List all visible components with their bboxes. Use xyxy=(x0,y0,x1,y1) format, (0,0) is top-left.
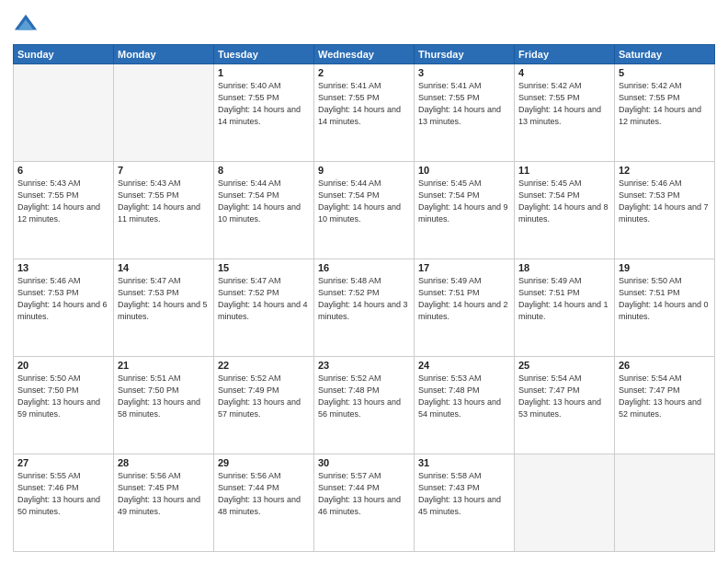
page: SundayMondayTuesdayWednesdayThursdayFrid… xyxy=(0,0,728,563)
day-info: Sunrise: 5:54 AM Sunset: 7:47 PM Dayligh… xyxy=(619,373,711,420)
day-info: Sunrise: 5:50 AM Sunset: 7:50 PM Dayligh… xyxy=(17,373,109,420)
calendar-cell: 9Sunrise: 5:44 AM Sunset: 7:54 PM Daylig… xyxy=(314,162,415,259)
day-info: Sunrise: 5:52 AM Sunset: 7:48 PM Dayligh… xyxy=(318,373,410,420)
calendar-cell: 10Sunrise: 5:45 AM Sunset: 7:54 PM Dayli… xyxy=(415,162,515,259)
calendar-cell: 7Sunrise: 5:43 AM Sunset: 7:55 PM Daylig… xyxy=(114,162,214,259)
day-number: 21 xyxy=(118,360,210,371)
header xyxy=(13,11,715,37)
day-number: 16 xyxy=(318,262,410,273)
day-info: Sunrise: 5:56 AM Sunset: 7:44 PM Dayligh… xyxy=(218,470,310,518)
day-info: Sunrise: 5:44 AM Sunset: 7:54 PM Dayligh… xyxy=(318,178,410,225)
calendar-cell: 22Sunrise: 5:52 AM Sunset: 7:49 PM Dayli… xyxy=(214,357,314,454)
day-info: Sunrise: 5:53 AM Sunset: 7:48 PM Dayligh… xyxy=(418,373,510,420)
calendar-cell: 3Sunrise: 5:41 AM Sunset: 7:55 PM Daylig… xyxy=(415,64,515,162)
day-info: Sunrise: 5:47 AM Sunset: 7:53 PM Dayligh… xyxy=(118,275,210,323)
calendar-cell xyxy=(114,64,214,162)
calendar-cell: 2Sunrise: 5:41 AM Sunset: 7:55 PM Daylig… xyxy=(314,64,415,162)
day-number: 18 xyxy=(518,262,610,273)
day-info: Sunrise: 5:51 AM Sunset: 7:50 PM Dayligh… xyxy=(118,373,210,420)
day-info: Sunrise: 5:42 AM Sunset: 7:55 PM Dayligh… xyxy=(619,80,711,128)
day-info: Sunrise: 5:48 AM Sunset: 7:52 PM Dayligh… xyxy=(318,275,410,323)
calendar-cell: 27Sunrise: 5:55 AM Sunset: 7:46 PM Dayli… xyxy=(14,454,114,552)
day-number: 14 xyxy=(118,262,210,273)
day-info: Sunrise: 5:45 AM Sunset: 7:54 PM Dayligh… xyxy=(518,178,610,225)
day-number: 19 xyxy=(619,262,711,273)
calendar-cell: 1Sunrise: 5:40 AM Sunset: 7:55 PM Daylig… xyxy=(214,64,314,162)
day-number: 29 xyxy=(218,457,310,468)
calendar-cell xyxy=(515,454,615,552)
calendar-cell: 16Sunrise: 5:48 AM Sunset: 7:52 PM Dayli… xyxy=(314,259,415,357)
day-info: Sunrise: 5:40 AM Sunset: 7:55 PM Dayligh… xyxy=(218,80,310,128)
day-number: 1 xyxy=(218,67,310,78)
day-number: 12 xyxy=(619,165,711,176)
logo xyxy=(13,11,42,37)
calendar-cell: 11Sunrise: 5:45 AM Sunset: 7:54 PM Dayli… xyxy=(515,162,615,259)
day-info: Sunrise: 5:44 AM Sunset: 7:54 PM Dayligh… xyxy=(218,178,310,225)
day-number: 7 xyxy=(118,165,210,176)
calendar-table: SundayMondayTuesdayWednesdayThursdayFrid… xyxy=(13,44,715,552)
week-row-1: 1Sunrise: 5:40 AM Sunset: 7:55 PM Daylig… xyxy=(14,64,715,162)
day-info: Sunrise: 5:42 AM Sunset: 7:55 PM Dayligh… xyxy=(518,80,610,128)
day-info: Sunrise: 5:43 AM Sunset: 7:55 PM Dayligh… xyxy=(118,178,210,225)
day-number: 26 xyxy=(619,360,711,371)
day-info: Sunrise: 5:41 AM Sunset: 7:55 PM Dayligh… xyxy=(318,80,410,128)
day-number: 4 xyxy=(518,67,610,78)
day-number: 2 xyxy=(318,67,410,78)
calendar-cell: 6Sunrise: 5:43 AM Sunset: 7:55 PM Daylig… xyxy=(14,162,114,259)
day-number: 30 xyxy=(318,457,410,468)
week-row-4: 20Sunrise: 5:50 AM Sunset: 7:50 PM Dayli… xyxy=(14,357,715,454)
day-number: 9 xyxy=(318,165,410,176)
day-info: Sunrise: 5:56 AM Sunset: 7:45 PM Dayligh… xyxy=(118,470,210,518)
day-info: Sunrise: 5:46 AM Sunset: 7:53 PM Dayligh… xyxy=(17,275,109,323)
day-info: Sunrise: 5:50 AM Sunset: 7:51 PM Dayligh… xyxy=(619,275,711,323)
day-number: 11 xyxy=(518,165,610,176)
day-number: 31 xyxy=(418,457,510,468)
day-number: 13 xyxy=(17,262,109,273)
weekday-header-saturday: Saturday xyxy=(615,45,715,64)
weekday-header-row: SundayMondayTuesdayWednesdayThursdayFrid… xyxy=(14,45,715,64)
weekday-header-wednesday: Wednesday xyxy=(314,45,415,64)
day-number: 24 xyxy=(418,360,510,371)
calendar-cell: 29Sunrise: 5:56 AM Sunset: 7:44 PM Dayli… xyxy=(214,454,314,552)
day-info: Sunrise: 5:57 AM Sunset: 7:44 PM Dayligh… xyxy=(318,470,410,518)
week-row-3: 13Sunrise: 5:46 AM Sunset: 7:53 PM Dayli… xyxy=(14,259,715,357)
weekday-header-sunday: Sunday xyxy=(14,45,114,64)
calendar-cell: 20Sunrise: 5:50 AM Sunset: 7:50 PM Dayli… xyxy=(14,357,114,454)
weekday-header-friday: Friday xyxy=(515,45,615,64)
day-number: 25 xyxy=(518,360,610,371)
calendar-cell: 13Sunrise: 5:46 AM Sunset: 7:53 PM Dayli… xyxy=(14,259,114,357)
calendar-cell: 15Sunrise: 5:47 AM Sunset: 7:52 PM Dayli… xyxy=(214,259,314,357)
day-info: Sunrise: 5:43 AM Sunset: 7:55 PM Dayligh… xyxy=(17,178,109,225)
day-info: Sunrise: 5:47 AM Sunset: 7:52 PM Dayligh… xyxy=(218,275,310,323)
calendar-cell: 24Sunrise: 5:53 AM Sunset: 7:48 PM Dayli… xyxy=(415,357,515,454)
day-number: 22 xyxy=(218,360,310,371)
calendar-cell: 23Sunrise: 5:52 AM Sunset: 7:48 PM Dayli… xyxy=(314,357,415,454)
day-info: Sunrise: 5:58 AM Sunset: 7:43 PM Dayligh… xyxy=(418,470,510,518)
calendar-cell: 30Sunrise: 5:57 AM Sunset: 7:44 PM Dayli… xyxy=(314,454,415,552)
day-info: Sunrise: 5:52 AM Sunset: 7:49 PM Dayligh… xyxy=(218,373,310,420)
day-info: Sunrise: 5:49 AM Sunset: 7:51 PM Dayligh… xyxy=(518,275,610,323)
day-number: 3 xyxy=(418,67,510,78)
day-number: 5 xyxy=(619,67,711,78)
day-number: 23 xyxy=(318,360,410,371)
day-number: 8 xyxy=(218,165,310,176)
calendar-cell: 12Sunrise: 5:46 AM Sunset: 7:53 PM Dayli… xyxy=(615,162,715,259)
calendar-cell: 17Sunrise: 5:49 AM Sunset: 7:51 PM Dayli… xyxy=(415,259,515,357)
day-info: Sunrise: 5:45 AM Sunset: 7:54 PM Dayligh… xyxy=(418,178,510,225)
day-number: 6 xyxy=(17,165,109,176)
calendar-cell: 4Sunrise: 5:42 AM Sunset: 7:55 PM Daylig… xyxy=(515,64,615,162)
day-info: Sunrise: 5:49 AM Sunset: 7:51 PM Dayligh… xyxy=(418,275,510,323)
calendar-cell: 25Sunrise: 5:54 AM Sunset: 7:47 PM Dayli… xyxy=(515,357,615,454)
day-number: 10 xyxy=(418,165,510,176)
calendar-cell: 8Sunrise: 5:44 AM Sunset: 7:54 PM Daylig… xyxy=(214,162,314,259)
calendar-cell: 31Sunrise: 5:58 AM Sunset: 7:43 PM Dayli… xyxy=(415,454,515,552)
calendar-cell: 21Sunrise: 5:51 AM Sunset: 7:50 PM Dayli… xyxy=(114,357,214,454)
day-number: 20 xyxy=(17,360,109,371)
week-row-2: 6Sunrise: 5:43 AM Sunset: 7:55 PM Daylig… xyxy=(14,162,715,259)
calendar-cell: 26Sunrise: 5:54 AM Sunset: 7:47 PM Dayli… xyxy=(615,357,715,454)
calendar-cell: 5Sunrise: 5:42 AM Sunset: 7:55 PM Daylig… xyxy=(615,64,715,162)
calendar-cell: 14Sunrise: 5:47 AM Sunset: 7:53 PM Dayli… xyxy=(114,259,214,357)
day-number: 27 xyxy=(17,457,109,468)
day-number: 28 xyxy=(118,457,210,468)
calendar-cell: 19Sunrise: 5:50 AM Sunset: 7:51 PM Dayli… xyxy=(615,259,715,357)
